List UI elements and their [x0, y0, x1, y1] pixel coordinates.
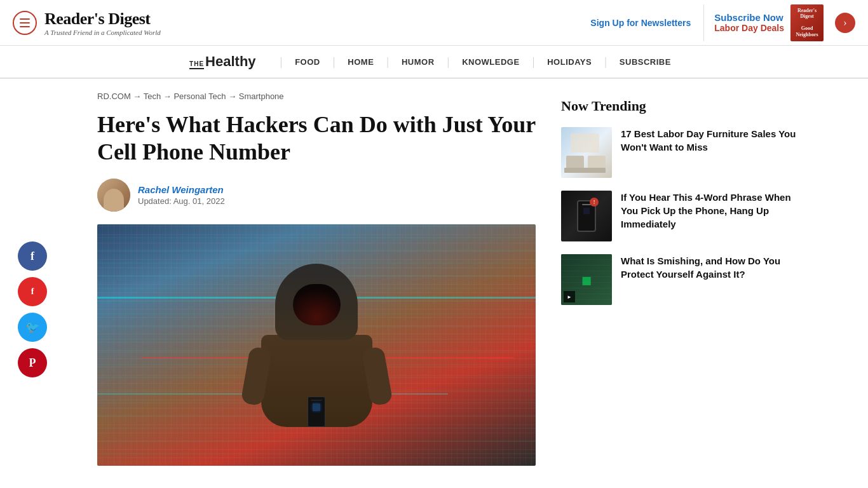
hamburger-line [20, 18, 30, 20]
updated-date: Aug. 01, 2022 [173, 196, 225, 206]
pinterest-share-button[interactable]: P [18, 348, 47, 377]
arrow-icon: › [843, 17, 846, 29]
trending-item[interactable]: 17 Best Labor Day Furniture Sales You Wo… [561, 127, 803, 178]
top-header: Reader's Digest A Trusted Friend in a Co… [0, 0, 868, 46]
trending-item-text-3: What Is Smishing, and How Do You Protect… [621, 254, 803, 281]
subscribe-arrow-button[interactable]: › [835, 13, 855, 33]
hamburger-line [20, 22, 30, 24]
hero-image [97, 224, 536, 466]
flipboard-share-button[interactable]: f [18, 277, 47, 306]
trending-title: Now Trending [561, 98, 803, 114]
nav-item-home[interactable]: HOME [340, 57, 381, 67]
nav-item-subscribe[interactable]: SUBSCRIBE [612, 57, 679, 67]
author-avatar [97, 179, 130, 212]
author-info: Rachel Weingarten Updated: Aug. 01, 2022 [138, 184, 225, 206]
twitter-share-button[interactable]: 🐦 [18, 313, 47, 342]
subscribe-thumbnail[interactable]: Reader'sDigestGoodNeighbors [790, 4, 824, 41]
secondary-nav: THE Healthy | FOOD | HOME | HUMOR | KNOW… [0, 46, 868, 79]
trending-item-text-1: 17 Best Labor Day Furniture Sales You Wo… [621, 127, 803, 154]
hamburger-menu-button[interactable] [13, 11, 37, 35]
article-area: RD.COM → Tech → Personal Tech → Smartpho… [97, 92, 536, 466]
the-label: THE [189, 60, 204, 69]
nav-item-food[interactable]: FOOD [287, 57, 328, 67]
phone-icon: ! [577, 200, 596, 232]
twitter-icon: 🐦 [25, 320, 39, 334]
flipboard-icon: f [31, 287, 34, 297]
nav-separator-2: | [333, 55, 336, 69]
hamburger-line [20, 26, 30, 27]
nav-separator-6: | [604, 55, 607, 69]
trending-thumbnail-2: ! [561, 191, 612, 241]
author-row: Rachel Weingarten Updated: Aug. 01, 2022 [97, 179, 536, 212]
trending-item-title-2[interactable]: If You Hear This 4-Word Phrase When You … [621, 191, 803, 231]
thumb-text: Reader'sDigestGoodNeighbors [796, 8, 818, 38]
author-name[interactable]: Rachel Weingarten [138, 184, 225, 195]
social-sidebar: f f 🐦 P [18, 241, 47, 377]
trending-thumbnail-1 [561, 127, 612, 178]
labor-day-label: Labor Day Deals [714, 23, 784, 33]
logo: Reader's Digest A Trusted Friend in a Co… [44, 10, 161, 36]
nav-separator-5: | [532, 55, 535, 69]
subscribe-text-block: Subscribe Now Labor Day Deals [714, 12, 784, 33]
facebook-icon: f [31, 250, 34, 263]
nav-item-holidays[interactable]: HOLIDAYS [539, 57, 599, 67]
phone-alert-icon: ! [590, 198, 599, 207]
nav-separator-1: | [280, 55, 283, 69]
trending-item-3[interactable]: ■ ► What Is Smishing, and How Do You Pro… [561, 254, 803, 305]
article-title: Here's What Hackers Can Do with Just You… [97, 111, 536, 166]
nav-separator-3: | [386, 55, 389, 69]
trending-item-2[interactable]: ! If You Hear This 4-Word Phrase When Yo… [561, 191, 803, 241]
facebook-share-button[interactable]: f [18, 241, 47, 271]
nav-item-knowledge[interactable]: KNOWLEDGE [454, 57, 527, 67]
updated-label: Updated: [138, 196, 172, 206]
header-right: Sign Up for Newsletters Subscribe Now La… [590, 4, 855, 41]
trending-thumbnail-3: ■ ► [561, 254, 612, 305]
right-sidebar: Now Trending 17 Best Labor Day Furniture… [561, 92, 803, 466]
subscribe-banner: Subscribe Now Labor Day Deals Reader'sDi… [703, 4, 855, 41]
newsletters-link[interactable]: Sign Up for Newsletters [590, 18, 703, 28]
main-content: RD.COM → Tech → Personal Tech → Smartpho… [15, 79, 853, 466]
healthy-label: Healthy [205, 53, 255, 70]
trending-item-title-3[interactable]: What Is Smishing, and How Do You Protect… [621, 254, 803, 281]
subscribe-now-label[interactable]: Subscribe Now [714, 12, 784, 23]
healthy-logo[interactable]: THE Healthy [189, 53, 255, 70]
nav-item-humor[interactable]: HUMOR [394, 57, 442, 67]
breadcrumb: RD.COM → Tech → Personal Tech → Smartpho… [97, 92, 536, 101]
logo-area: Reader's Digest A Trusted Friend in a Co… [13, 10, 161, 36]
trending-item-text-2: If You Hear This 4-Word Phrase When You … [621, 191, 803, 231]
play-icon: ► [564, 291, 575, 302]
pinterest-icon: P [29, 356, 36, 370]
site-name: Reader's Digest [44, 10, 161, 29]
nav-separator-4: | [447, 55, 450, 69]
author-date: Updated: Aug. 01, 2022 [138, 196, 225, 206]
trending-item-title-1[interactable]: 17 Best Labor Day Furniture Sales You Wo… [621, 127, 803, 154]
site-tagline: A Trusted Friend in a Complicated World [44, 29, 161, 36]
